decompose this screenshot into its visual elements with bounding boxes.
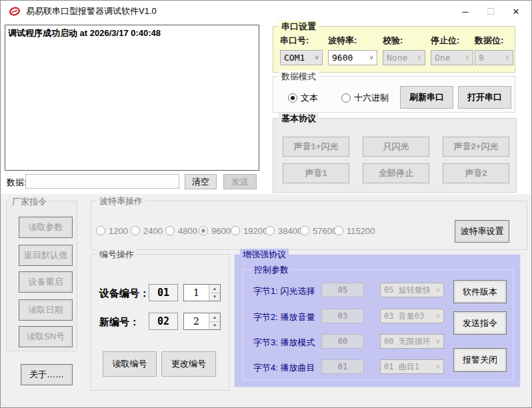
baud-rate-select[interactable]: 9600˅ bbox=[328, 50, 377, 65]
parity-select: None˅ bbox=[383, 50, 425, 65]
chevron-down-icon: ˅ bbox=[315, 54, 322, 61]
send-command-button[interactable]: 发送指令 bbox=[453, 311, 507, 335]
byte2-select: 03 音量03˅ bbox=[380, 309, 444, 323]
radio-off-icon bbox=[334, 226, 343, 235]
radio-off-icon[interactable] bbox=[341, 93, 351, 103]
title-bar: 易易联串口型报警器调试软件V1.0 ─ ☐ ✕ bbox=[1, 1, 531, 22]
data-mode-group: 数据模式 文本 十六进制 刷新串口 打开串口 bbox=[273, 76, 515, 113]
sound1-button: 声音1 bbox=[283, 163, 349, 183]
data-bits-value: 8 bbox=[479, 53, 484, 63]
byte4-select: 01 曲目1˅ bbox=[380, 359, 444, 374]
read-sn-button: 读取SN号 bbox=[19, 326, 73, 347]
baud-radio-38400: 38400 bbox=[265, 224, 302, 237]
factory-commands-group: 厂家指令 读取参数 返回默认值 设备重启 读取日期 读取SN号 bbox=[6, 201, 77, 351]
baud-radio-4800: 4800 bbox=[165, 224, 197, 237]
baud-radio-115200: 115200 bbox=[334, 224, 375, 237]
baud-set-button[interactable]: 波特率设置 bbox=[455, 220, 509, 243]
baud-radio-2400: 2400 bbox=[131, 224, 163, 237]
hex-mode-radio[interactable]: 十六进制 bbox=[341, 91, 389, 105]
stepper-up-icon[interactable]: ▲ bbox=[209, 285, 220, 293]
chevron-down-icon: ˅ bbox=[369, 54, 377, 61]
alarm-off-button[interactable]: 报警关闭 bbox=[453, 348, 507, 372]
read-date-button: 读取日期 bbox=[19, 299, 73, 321]
radio-on-icon[interactable] bbox=[288, 93, 297, 103]
baud-label: 2400 bbox=[143, 226, 163, 236]
stepper-up-icon[interactable]: ▲ bbox=[209, 313, 220, 322]
numbering-group: 编号操作 设备编号： 01 1 ▲▼ 新编号： 02 2 ▲▼ 读取编号 更改编… bbox=[91, 254, 229, 391]
close-button[interactable]: ✕ bbox=[503, 1, 529, 22]
send-button: 发送 bbox=[223, 174, 257, 189]
baud-label: 115200 bbox=[347, 226, 375, 236]
byte2-option: 03 音量03 bbox=[384, 311, 424, 322]
radio-off-icon bbox=[231, 226, 240, 235]
enhanced-protocol-title: 增强强协议 bbox=[240, 249, 289, 261]
data-input[interactable] bbox=[25, 174, 179, 189]
byte1-value: 05 bbox=[321, 283, 364, 297]
software-version-button[interactable]: 软件版本 bbox=[453, 280, 507, 303]
app-window: 易易联串口型报警器调试软件V1.0 ─ ☐ ✕ 调试程序成功启动 at 2026… bbox=[0, 0, 532, 408]
read-number-button[interactable]: 读取编号 bbox=[103, 351, 157, 377]
control-params-title: 控制参数 bbox=[251, 264, 291, 276]
stepper-value[interactable]: 1 bbox=[184, 285, 209, 301]
stepper-down-icon[interactable]: ▼ bbox=[209, 293, 220, 301]
byte1-option: 05 旋转最快 bbox=[384, 285, 431, 296]
serial-settings-title: 串口设置 bbox=[279, 21, 319, 33]
byte4-option: 01 曲目1 bbox=[384, 361, 419, 373]
chevron-down-icon: ˅ bbox=[465, 54, 473, 61]
byte4-label: 字节4: 播放曲目 bbox=[253, 362, 315, 374]
new-number-value: 02 bbox=[149, 313, 178, 330]
numbering-title: 编号操作 bbox=[97, 249, 137, 261]
baud-operation-group: 波特率操作 1200 2400 4800 9600 19200 38400 57… bbox=[91, 201, 527, 250]
byte2-value: 03 bbox=[321, 309, 364, 323]
stop-bits-value: One bbox=[435, 53, 450, 63]
stop-all-button: 全部停止 bbox=[363, 163, 429, 183]
maximize-button: ☐ bbox=[478, 1, 503, 22]
flash-only-button: 只闪光 bbox=[363, 137, 429, 157]
com-port-select[interactable]: COM1˅ bbox=[280, 50, 323, 65]
read-params-button: 读取参数 bbox=[19, 217, 73, 238]
byte4-value: 01 bbox=[321, 359, 364, 374]
stepper-value[interactable]: 2 bbox=[184, 313, 209, 329]
data-bits-label: 数据位: bbox=[475, 35, 503, 47]
baud-radio-57600: 57600 bbox=[300, 224, 337, 237]
baud-label: 1200 bbox=[109, 226, 128, 236]
baud-label: 9600 bbox=[211, 226, 231, 236]
radio-on-icon bbox=[199, 226, 208, 235]
hex-mode-label: 十六进制 bbox=[354, 92, 389, 104]
byte2-label: 字节2: 播放音量 bbox=[253, 311, 315, 323]
parity-label: 校验: bbox=[383, 35, 403, 47]
stop-bits-label: 停止位: bbox=[431, 35, 459, 47]
byte1-label: 字节1: 闪光选择 bbox=[253, 285, 315, 297]
log-output[interactable]: 调试程序成功启动 at 2026/3/17 0:40:48 bbox=[5, 25, 259, 171]
factory-commands-title: 厂家指令 bbox=[9, 196, 49, 208]
device-number-stepper[interactable]: 1 ▲▼ bbox=[183, 284, 221, 301]
sound2-flash-button: 声音2+闪光 bbox=[443, 137, 509, 157]
radio-off-icon bbox=[96, 226, 105, 235]
com-port-value: COM1 bbox=[284, 53, 305, 63]
open-port-button[interactable]: 打开串口 bbox=[458, 86, 511, 109]
byte1-select: 05 旋转最快˅ bbox=[380, 283, 444, 297]
clear-button[interactable]: 清空 bbox=[185, 174, 217, 189]
new-number-stepper[interactable]: 2 ▲▼ bbox=[183, 313, 221, 330]
about-button[interactable]: 关于…… bbox=[21, 364, 73, 385]
byte3-value: 00 bbox=[321, 334, 364, 349]
chevron-down-icon: ˅ bbox=[436, 363, 443, 371]
radio-off-icon bbox=[300, 226, 309, 235]
minimize-button[interactable]: ─ bbox=[453, 1, 478, 22]
chevron-down-icon: ˅ bbox=[505, 54, 513, 61]
chevron-down-icon: ˅ bbox=[436, 313, 443, 320]
refresh-port-button[interactable]: 刷新串口 bbox=[400, 86, 453, 109]
radio-off-icon bbox=[265, 226, 275, 235]
basic-protocol-group: 基本协议 声音1+闪光 只闪光 声音2+闪光 声音1 全部停止 声音2 bbox=[273, 118, 517, 193]
change-number-button[interactable]: 更改编号 bbox=[161, 351, 216, 377]
text-mode-radio[interactable]: 文本 bbox=[288, 91, 318, 105]
parity-value: None bbox=[387, 53, 407, 63]
restore-default-button: 返回默认值 bbox=[19, 245, 73, 266]
stepper-down-icon[interactable]: ▼ bbox=[209, 322, 220, 330]
baud-rate-label: 波特率: bbox=[328, 35, 357, 47]
byte3-option: 00 无限循环 bbox=[384, 336, 431, 347]
new-number-label: 新编号： bbox=[99, 316, 139, 329]
sound1-flash-button: 声音1+闪光 bbox=[283, 137, 349, 157]
app-logo-icon bbox=[9, 5, 21, 17]
baud-rate-value: 9600 bbox=[332, 53, 353, 63]
